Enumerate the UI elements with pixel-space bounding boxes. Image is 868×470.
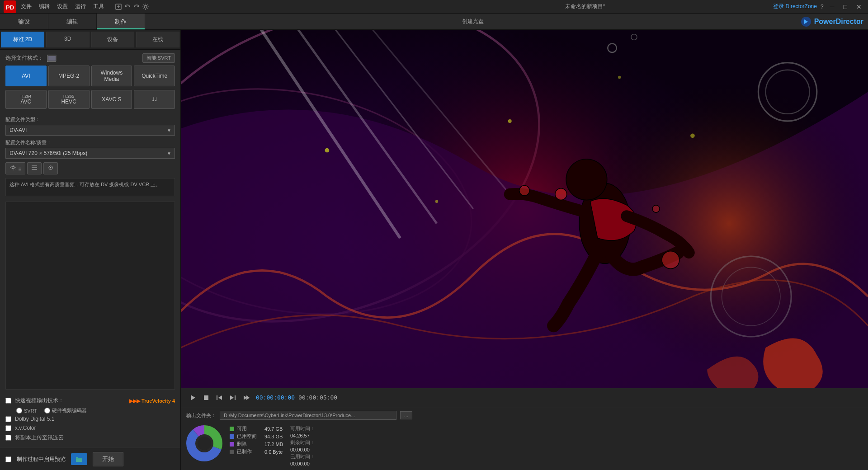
xvycc-label[interactable]: x.v.Color: [15, 425, 36, 431]
stop-btn[interactable]: [202, 394, 211, 401]
stat-used-time: 已用时间：: [290, 453, 322, 460]
hevc-prefix: H.265: [51, 94, 87, 99]
used-time-key: 已用时间：: [290, 453, 322, 460]
menu-bar: 文件 编辑 设置 运行 工具: [21, 3, 397, 10]
folder-icon: [75, 456, 83, 462]
config-settings-btn[interactable]: ≡: [5, 162, 25, 174]
smart-svrt-btn[interactable]: 智能 SVRT: [142, 53, 175, 63]
format-btn-avc[interactable]: H.264 AVC: [5, 90, 47, 109]
config-type-select[interactable]: DV-AVI: [5, 125, 175, 136]
config-large-area: [5, 202, 175, 390]
subtab-device[interactable]: 设备: [91, 32, 135, 47]
tab-produce[interactable]: 制作: [97, 14, 145, 29]
config-quality-select[interactable]: DV-AVI 720 × 576/50i (25 Mbps): [5, 148, 175, 159]
top-bar: PD 文件 编辑 设置 运行 工具 未命名的新项目* 登录 DirectorZo…: [0, 0, 868, 14]
svg-point-30: [652, 205, 660, 212]
subtab-3d[interactable]: 3D: [46, 32, 90, 47]
left-panel: 标准 2D 3D 设备 在线 选择文件格式： 智能 SVRT AVI MPEG-…: [0, 30, 181, 470]
menu-edit[interactable]: 编辑: [39, 3, 50, 10]
svg-point-11: [12, 167, 14, 169]
next-btn[interactable]: [228, 394, 238, 401]
minimize-btn[interactable]: ─: [827, 3, 837, 10]
cloud-label[interactable]: 将副本上传至讯连云: [15, 434, 64, 442]
menu-settings[interactable]: 设置: [57, 3, 68, 10]
tab-create-disc[interactable]: 创建光盘: [448, 14, 497, 29]
settings-icon[interactable]: [142, 3, 149, 10]
dolby-label[interactable]: Dolby Digital 5.1: [15, 416, 54, 422]
svrt-radio[interactable]: [16, 408, 22, 414]
directorzone-link[interactable]: 登录 DirectorZone: [773, 3, 817, 10]
disk-section: 可用 49.7 GB 已用空间 94.3 GB 删除 17.2 MB: [186, 425, 412, 466]
process-preview-checkbox[interactable]: [5, 456, 11, 462]
format-btn-mpeg2[interactable]: MPEG-2: [48, 66, 90, 86]
app-logo: PD: [4, 0, 16, 13]
available-label: 可用: [237, 425, 262, 432]
hardware-encoder-radio[interactable]: [44, 408, 50, 414]
start-btn[interactable]: 开始: [93, 452, 123, 466]
cloud-checkbox[interactable]: [5, 435, 11, 441]
powerdirector-logo: PowerDirector: [801, 14, 868, 29]
frame-fwd-btn[interactable]: [241, 394, 252, 401]
xvycc-checkbox[interactable]: [5, 425, 11, 431]
output-more-btn[interactable]: ...: [400, 411, 412, 419]
config-description: 这种 AVI 格式拥有高质量音频，可存放在 DV 摄像机或 DV VCR 上。: [5, 178, 175, 196]
remaining-time-value: 00:00:00: [290, 447, 310, 452]
svg-point-31: [519, 185, 530, 196]
dolby-checkbox[interactable]: [5, 416, 11, 422]
format-btn-hevc[interactable]: H.265 HEVC: [48, 90, 90, 109]
svg-text:PD: PD: [6, 4, 14, 11]
used-value: 94.3 GB: [264, 434, 283, 439]
redo-icon[interactable]: [133, 3, 140, 10]
undo-icon[interactable]: [124, 3, 131, 10]
time-current: 00:00:00:00: [256, 394, 295, 401]
hardware-encoder-radio-label[interactable]: 硬件视频编码器: [44, 407, 87, 414]
subtab-online[interactable]: 在线: [136, 32, 179, 47]
format-btn-audio[interactable]: ♩♩: [134, 90, 175, 109]
preview-image: [181, 30, 868, 388]
stat-used-time-val: 00:00:00: [290, 461, 322, 466]
tab-edit[interactable]: 编辑: [48, 14, 97, 29]
prev-btn[interactable]: [214, 394, 224, 401]
produced-label: 已制作: [237, 448, 262, 455]
format-btn-xavcs[interactable]: XAVC S: [91, 90, 132, 109]
produced-dot: [230, 450, 234, 454]
svg-marker-46: [246, 395, 250, 400]
svg-point-27: [566, 159, 607, 200]
format-buttons-row1: AVI MPEG-2 Windows Media QuickTime: [5, 66, 175, 86]
menu-run[interactable]: 运行: [75, 3, 86, 10]
config-type-label: 配置文件类型：: [5, 116, 175, 123]
legend-used: 已用空间 94.3 GB: [230, 433, 283, 440]
svrt-radio-label[interactable]: SVRT: [16, 408, 37, 414]
config-list-btn[interactable]: [27, 162, 42, 174]
play-btn[interactable]: [188, 394, 198, 402]
sub-tabs: 标准 2D 3D 设备 在线: [0, 30, 180, 50]
svg-point-28: [555, 188, 567, 200]
fast-video-checkbox[interactable]: [5, 398, 11, 404]
config-preview-btn[interactable]: [43, 162, 58, 174]
close-btn[interactable]: ✕: [854, 3, 864, 10]
menu-file[interactable]: 文件: [21, 3, 32, 10]
menu-tools[interactable]: 工具: [93, 3, 104, 10]
preview-folder-btn[interactable]: [71, 453, 87, 465]
format-btn-quicktime[interactable]: QuickTime: [134, 66, 175, 86]
dolby-option: Dolby Digital 5.1: [5, 416, 175, 422]
svg-point-36: [690, 133, 695, 138]
format-btn-wmv[interactable]: Windows Media: [91, 66, 132, 86]
time-total: 00:00:05:00: [298, 394, 337, 401]
main-nav: 输设 编辑 制作 创建光盘 PowerDirector: [0, 14, 868, 30]
maximize-btn[interactable]: □: [841, 3, 850, 10]
svg-point-29: [662, 251, 679, 269]
new-icon[interactable]: [115, 3, 122, 10]
subtab-2d[interactable]: 标准 2D: [1, 32, 44, 47]
svg-point-32: [325, 148, 330, 153]
help-btn[interactable]: ?: [821, 4, 824, 10]
fast-video-label[interactable]: 快速视频输出技术：: [15, 397, 64, 404]
legend-produced: 已制作 0.0 Byte: [230, 448, 283, 455]
tab-capture[interactable]: 输设: [0, 14, 48, 29]
stat-remaining-time-val: 00:00:00: [290, 447, 322, 452]
process-preview-label[interactable]: 制作过程中启用预览: [17, 456, 66, 463]
format-btn-avi[interactable]: AVI: [5, 66, 47, 86]
svg-rect-44: [235, 395, 236, 400]
available-time-key: 可用时间：: [290, 425, 322, 432]
delete-dot: [230, 442, 234, 446]
